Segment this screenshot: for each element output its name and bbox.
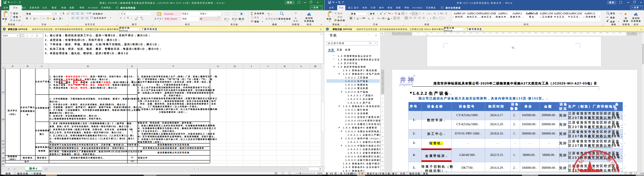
svg-text:淮安市井神钻采机具有限公司: 淮安市井神钻采机具有限公司	[574, 151, 618, 172]
